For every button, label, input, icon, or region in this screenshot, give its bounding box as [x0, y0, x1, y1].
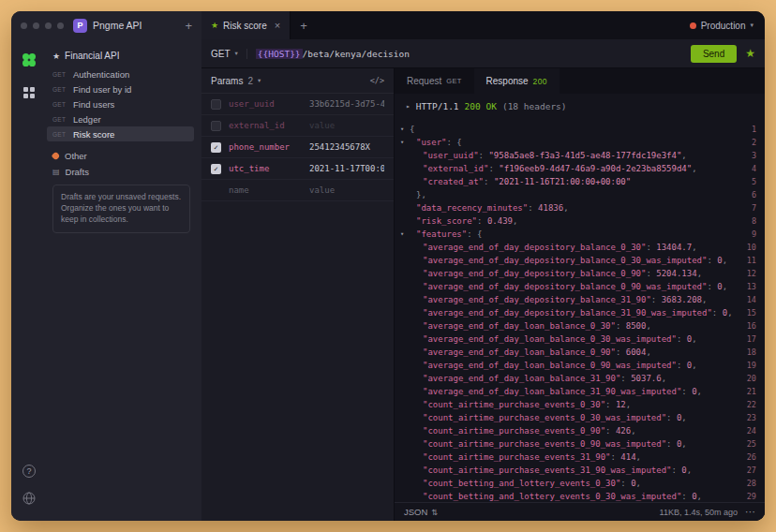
code-line: "average_end_of_day_depository_balance_3… — [395, 293, 765, 306]
new-request-button[interactable]: + — [185, 19, 192, 33]
more-menu-icon[interactable]: ⋯ — [745, 506, 755, 518]
window-control-dot[interactable] — [21, 22, 27, 29]
params-header: Params 2 ▾ </> — [201, 68, 394, 94]
code-line: "average_end_of_day_depository_balance_3… — [395, 306, 765, 319]
sidebar-item-authentication[interactable]: GETAuthentication — [47, 66, 194, 81]
window-control-dot[interactable] — [57, 22, 64, 29]
globe-icon[interactable] — [22, 491, 37, 510]
request-label: Find users — [73, 99, 114, 110]
sidebar-item-risk-score[interactable]: GETRisk score — [47, 126, 194, 141]
code-text: "user_uuid": "958a5ae8-f3a3-41d5-ae48-17… — [410, 151, 739, 160]
param-key-input[interactable]: utc_time — [229, 164, 302, 173]
code-text: "average_end_of_day_depository_balance_0… — [410, 282, 739, 291]
line-number: 22 — [739, 400, 765, 409]
sidebar-item-drafts[interactable]: ▤ Drafts — [47, 164, 194, 180]
url-path: /beta/kenya/decision — [303, 49, 410, 59]
chevron-down-icon: ▾ — [235, 50, 238, 57]
response-format-selector[interactable]: JSON ⇅ — [404, 507, 438, 517]
param-key-input[interactable]: user_uuid — [229, 99, 302, 109]
code-line: "count_airtime_purchase_events_31_90_was… — [395, 464, 765, 477]
response-meta: 11KB, 1.4s, 50m ago — [660, 508, 738, 517]
line-number: 21 — [739, 387, 765, 396]
code-text: "count_airtime_purchase_events_0_90": 42… — [410, 426, 739, 436]
code-text: "count_airtime_purchase_events_0_30": 12… — [410, 400, 739, 409]
code-text: "created_at": "2021-11-16T21:00:00+00:00… — [410, 177, 739, 186]
code-line: "count_airtime_purchase_events_31_90": 4… — [395, 451, 765, 464]
method-label: GET — [52, 116, 68, 123]
fold-arrow-icon[interactable]: ▾ — [395, 230, 410, 238]
sidebar-item-other[interactable]: Other — [47, 148, 194, 164]
params-table: user_uuid33b6215d-3d75-4271…external_idv… — [201, 94, 394, 201]
params-dropdown[interactable]: Params 2 ▾ — [211, 76, 261, 86]
code-text: "user": { — [410, 138, 739, 147]
code-line: "user_uuid": "958a5ae8-f3a3-41d5-ae48-17… — [395, 149, 765, 162]
line-number: 4 — [739, 164, 765, 173]
chevron-down-icon: ▾ — [258, 77, 261, 84]
sidebar: ? ★ Financial API GETAuthenticati — [11, 39, 201, 521]
line-number: 11 — [739, 256, 765, 265]
param-value-input[interactable]: 33b6215d-3d75-4271… — [309, 99, 384, 109]
param-enabled-checkbox[interactable]: ✓ — [211, 142, 221, 153]
url-input[interactable]: {{HOST}}/beta/kenya/decision — [256, 49, 682, 59]
window-control-dot[interactable] — [45, 22, 52, 29]
param-enabled-checkbox[interactable]: ✓ — [211, 164, 221, 174]
window-control-dot[interactable] — [33, 22, 39, 29]
collapse-arrow-icon[interactable]: ▸ — [406, 102, 410, 111]
environment-selector[interactable]: Production ▾ — [690, 21, 754, 31]
fold-arrow-icon[interactable]: ▾ — [395, 126, 410, 133]
flame-icon — [52, 152, 61, 161]
response-tabs: Request GET Response 200 — [395, 68, 765, 94]
tab-title: Risk score — [223, 21, 267, 31]
code-text: "average_end_of_day_depository_balance_3… — [410, 308, 739, 318]
close-icon[interactable]: × — [275, 20, 280, 31]
fold-arrow-icon[interactable]: ▾ — [395, 139, 410, 146]
sidebar-item-ledger[interactable]: GETLedger — [47, 111, 194, 126]
format-label: JSON — [404, 507, 427, 517]
sidebar-item-find-users[interactable]: GETFind users — [47, 96, 194, 111]
code-line: "external_id": "f196eeb9-4d47-46a9-a90d-… — [395, 162, 765, 175]
new-tab-button[interactable]: + — [300, 19, 307, 33]
drafts-help-text: Drafts are your unsaved requests. Organi… — [52, 185, 190, 233]
line-number: 15 — [739, 308, 765, 318]
code-line: "average_end_of_day_depository_balance_0… — [395, 280, 765, 293]
code-line: "average_end_of_day_depository_balance_0… — [395, 241, 765, 254]
param-value-input[interactable]: value — [309, 185, 384, 195]
line-number: 10 — [739, 243, 765, 252]
tab-response[interactable]: Response 200 — [474, 68, 560, 94]
param-enabled-checkbox[interactable] — [211, 99, 221, 110]
code-view-icon[interactable]: </> — [370, 76, 384, 85]
param-enabled-checkbox[interactable] — [211, 121, 221, 131]
tab-bar: ★ Risk score × + Production ▾ — [201, 11, 765, 39]
collections-grid-icon[interactable] — [22, 86, 36, 103]
tab-risk-score[interactable]: ★ Risk score × — [201, 11, 291, 39]
sidebar-item-find-user-by-id[interactable]: GETFind user by id — [47, 81, 194, 96]
favorite-button[interactable]: ★ — [745, 47, 755, 60]
help-icon[interactable]: ? — [22, 465, 36, 478]
host-variable-tag[interactable]: {{HOST}} — [256, 49, 303, 59]
method-selector[interactable]: GET ▾ — [211, 49, 247, 59]
response-status-line[interactable]: ▸ HTTP/1.1 200 OK (18 headers) — [395, 94, 765, 118]
code-line: "average_end_of_day_loan_balance_0_90": … — [395, 346, 765, 359]
params-label: Params — [211, 76, 243, 86]
environment-name: Production — [701, 21, 746, 31]
code-text: "average_end_of_day_depository_balance_0… — [410, 243, 739, 252]
tab-request[interactable]: Request GET — [395, 68, 474, 94]
param-row: ✓phone_number25412345678X — [201, 137, 394, 158]
param-key-input[interactable]: phone_number — [229, 142, 302, 152]
param-value-input[interactable]: 2021-11-17T00:00:00 — [309, 164, 384, 173]
code-text: "count_betting_and_lottery_events_0_30_w… — [410, 492, 739, 501]
code-text: "average_end_of_day_loan_balance_0_30_wa… — [410, 334, 739, 344]
param-value-input[interactable]: value — [309, 121, 384, 130]
param-key-input[interactable]: external_id — [229, 121, 302, 130]
param-value-input[interactable]: 25412345678X — [309, 142, 384, 152]
param-key-input[interactable]: name — [229, 185, 302, 195]
code-line: ▾{1 — [395, 123, 765, 136]
send-button[interactable]: Send — [691, 45, 737, 63]
pngme-logo[interactable] — [20, 51, 38, 73]
code-line: "risk_score": 0.439,8 — [395, 214, 765, 228]
window-controls[interactable] — [21, 22, 64, 29]
collection-financial-api[interactable]: ★ Financial API — [47, 47, 194, 66]
code-text: "average_end_of_day_loan_balance_31_90_w… — [410, 387, 739, 396]
star-icon: ★ — [52, 52, 60, 61]
line-number: 9 — [739, 229, 765, 239]
